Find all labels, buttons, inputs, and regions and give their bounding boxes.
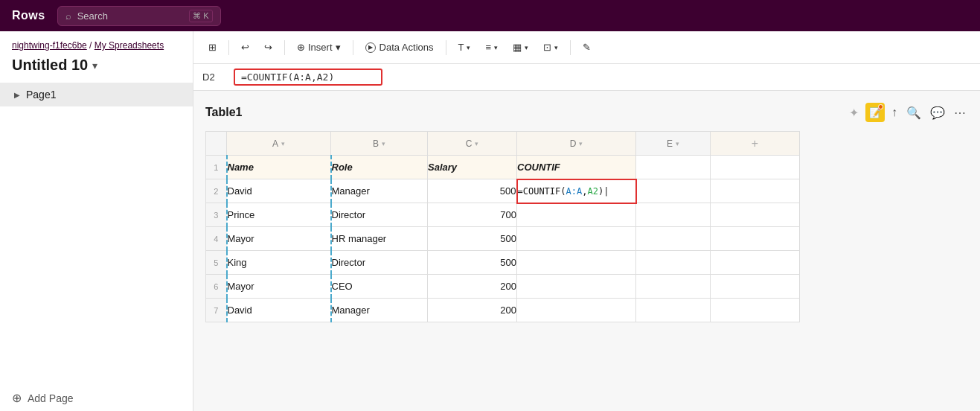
cell-a6[interactable]: Mayor [227,275,331,299]
notes-button[interactable]: 📝 [865,103,885,122]
redo-icon: ↪ [264,42,272,53]
col-b-dropdown-icon: ▾ [382,140,385,147]
cell-e2[interactable] [636,179,711,203]
cell-e6[interactable] [636,275,711,299]
col-header-c[interactable]: C ▾ [428,132,517,156]
row-num-header [206,132,227,156]
header-countif-text: COUNTIF [517,162,560,173]
col-header-a[interactable]: A ▾ [227,132,331,156]
breadcrumb-link-spreadsheets[interactable]: My Spreadsheets [95,40,164,51]
cell-b7[interactable]: Manager [331,299,428,322]
cell-a2[interactable]: David [227,179,331,203]
cell-c2[interactable]: 500 [428,179,517,203]
cell-a3[interactable]: Prince [227,203,331,227]
cell-reference: D2 [202,71,226,83]
main-layout: nightwing-f1fec6be / My Spreadsheets Unt… [0,31,980,411]
spreadsheet-table: A ▾ B ▾ C [205,131,800,322]
table-header: Table1 ✦ 📝 ↑ 🔍 💬 ⋯ [205,103,968,122]
col-header-b[interactable]: B ▾ [331,132,428,156]
formula-input[interactable]: =COUNTIF(A:A,A2) [234,68,382,86]
cell-add-5 [711,251,800,275]
add-column-button[interactable]: + [711,132,800,156]
spreadsheet-title-chevron[interactable]: ▾ [92,60,97,71]
row-num-7: 7 [206,299,227,322]
formula-bar: D2 =COUNTIF(A:A,A2) [193,64,980,91]
page1-label: Page1 [26,89,56,101]
cell-b6[interactable]: CEO [331,275,428,299]
insert-button[interactable]: ⊕ Insert ▾ [291,39,347,56]
data-actions-button[interactable]: ▶ Data Actions [359,39,440,56]
col-header-e[interactable]: E ▾ [636,132,711,156]
search-table-icon[interactable]: 🔍 [904,103,923,122]
more-options-icon[interactable]: ⋯ [952,103,968,122]
sort-asc-icon[interactable]: ↑ [889,103,900,121]
insert-label: Insert [308,42,333,53]
cell-c5[interactable]: 500 [428,251,517,275]
table-actions: ✦ 📝 ↑ 🔍 💬 ⋯ [847,103,968,122]
formula-text: =COUNTIF(A:A,A2) [241,71,334,83]
cell-c3[interactable]: 700 [428,203,517,227]
cell-b3[interactable]: Director [331,203,428,227]
comment-icon[interactable]: 💬 [928,103,947,122]
merge-button[interactable]: ⊡ ▾ [537,39,564,56]
page1-arrow-icon: ▶ [14,91,20,99]
header-name[interactable]: Name [227,156,331,179]
eraser-button[interactable]: ✎ [577,39,597,56]
cell-c4[interactable]: 500 [428,227,517,251]
sidebar-item-page1[interactable]: ▶ Page1 [0,83,193,106]
cell-b4[interactable]: HR manager [331,227,428,251]
redo-button[interactable]: ↪ [258,39,278,56]
cell-e5[interactable] [636,251,711,275]
text-chevron-icon: ▾ [467,44,470,51]
table-row: 4 Mayor HR manager 500 [206,227,800,251]
row-num-6: 6 [206,275,227,299]
cell-a7[interactable]: David [227,299,331,322]
cell-a5[interactable]: King [227,251,331,275]
search-bar[interactable]: ⌕ Search ⌘ K [57,6,221,26]
ai-icon[interactable]: ✦ [847,103,861,122]
column-header-row: A ▾ B ▾ C [206,132,800,156]
text-format-button[interactable]: T ▾ [452,39,477,56]
text-icon: T [458,42,464,53]
cell-c6[interactable]: 200 [428,275,517,299]
undo-icon: ↩ [241,42,249,53]
cell-a4[interactable]: Mayor [227,227,331,251]
col-b-letter: B [373,138,379,149]
cell-d2[interactable]: =COUNTIF(A:A,A2)| [517,179,636,203]
header-countif[interactable]: COUNTIF [517,156,636,179]
search-icon: ⌕ [65,10,71,22]
toolbar: ⊞ ↩ ↪ ⊕ Insert ▾ ▶ Data Actions T [193,31,980,64]
sidebar-pages: ▶ Page1 [0,83,193,385]
undo-button[interactable]: ↩ [235,39,255,56]
cell-b5[interactable]: Director [331,251,428,275]
cell-d4[interactable] [517,227,636,251]
align-button[interactable]: ≡ ▾ [479,39,504,56]
col-d-dropdown-icon: ▾ [579,140,583,147]
cell-b2[interactable]: Manager [331,179,428,203]
cell-e4[interactable] [636,227,711,251]
cell-d3[interactable] [517,203,636,227]
cell-format-button[interactable]: ▦ ▾ [507,39,534,56]
cell-d7[interactable] [517,299,636,322]
table-view-button[interactable]: ⊞ [202,39,222,56]
col-header-d[interactable]: D ▾ [517,132,636,156]
cell-e7[interactable] [636,299,711,322]
cell-d6[interactable] [517,275,636,299]
add-page-button[interactable]: ⊕ Add Page [0,385,193,411]
header-name-text: Name [228,162,254,173]
cell-add-7 [711,299,800,322]
cell-d5[interactable] [517,251,636,275]
header-role[interactable]: Role [331,156,428,179]
col-e-letter: E [667,138,673,149]
cell-format-icon: ▦ [513,42,522,53]
col-a-letter: A [272,138,278,149]
header-salary[interactable]: Salary [428,156,517,179]
cell-e3[interactable] [636,203,711,227]
toolbar-sep-5 [570,40,571,55]
eraser-icon: ✎ [583,42,591,53]
add-page-label: Add Page [28,392,74,404]
cell-c7[interactable]: 200 [428,299,517,322]
table-icon: ⊞ [208,42,217,53]
header-e[interactable] [636,156,711,179]
breadcrumb-link-org[interactable]: nightwing-f1fec6be [12,40,87,51]
